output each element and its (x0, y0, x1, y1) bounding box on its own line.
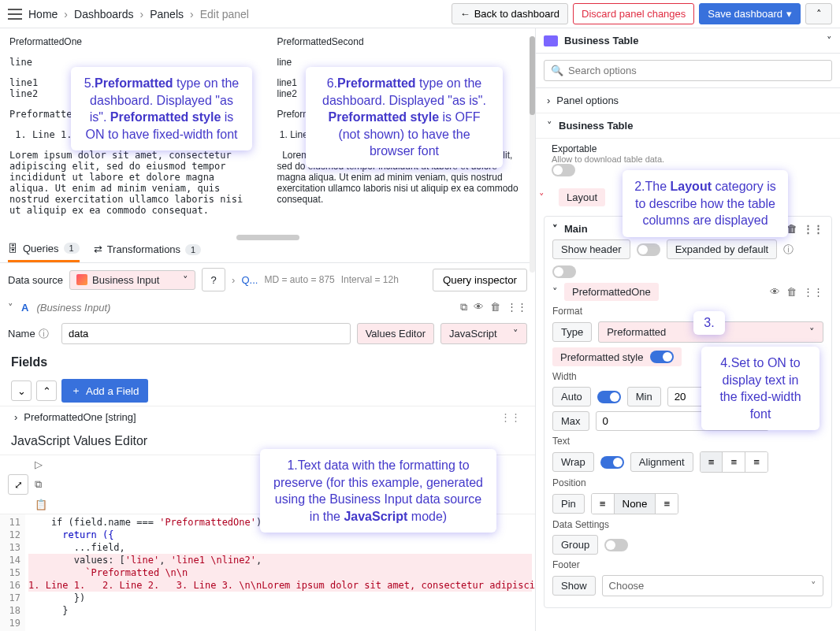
collapse-query[interactable]: ˅ (8, 302, 13, 314)
fields-heading: Fields (0, 349, 535, 376)
drag-icon[interactable]: ⋮⋮ (507, 301, 527, 314)
panel-options-label: Panel options (556, 95, 619, 106)
show-header-toggle[interactable] (637, 243, 660, 256)
name-input[interactable] (61, 323, 351, 344)
align-label: Alignment (630, 452, 693, 472)
transform-icon: ⇄ (94, 243, 102, 255)
pin-left-button[interactable]: ≡ (592, 494, 615, 514)
chevron-up-icon: ˄ (816, 8, 822, 20)
values-editor-value: JavaScript (449, 328, 497, 340)
ds-help-button[interactable]: ? (202, 268, 225, 291)
discard-button[interactable]: Discard panel changes (573, 3, 694, 24)
business-table-section[interactable]: ˅ Business Table (536, 113, 840, 139)
position-label: Position (552, 477, 823, 488)
type-label: Type (552, 322, 592, 342)
query-options-link[interactable]: Q... (241, 274, 258, 286)
trash-icon[interactable]: 🗑 (786, 286, 797, 298)
back-button[interactable]: ← Back to dashboard (452, 3, 568, 24)
chevron-down-icon: ˅ (827, 35, 832, 46)
text-label: Text (552, 436, 823, 447)
pin-label: Pin (552, 494, 585, 514)
viz-name: Business Table (564, 35, 638, 46)
datasource-select[interactable]: Business Input ˅ (69, 270, 195, 290)
preformatted-style-row: Preformatted style (552, 347, 682, 366)
question-icon: ? (210, 274, 216, 286)
collapse-button[interactable]: ˄ (805, 3, 832, 24)
collapse-all-button[interactable]: ⌄ (11, 380, 32, 401)
chevron-down-icon: ˅ (811, 580, 816, 592)
expand-editor-button[interactable]: ⤢ (8, 474, 28, 495)
group-label: Group (552, 535, 598, 555)
add-field-button[interactable]: ＋ Add a Field (61, 379, 148, 403)
field-row[interactable]: › PreformattedOne [string] ⋮⋮ (0, 406, 535, 428)
eye-icon[interactable]: 👁 (474, 301, 484, 314)
panel2-row1: line (277, 57, 526, 68)
breadcrumb: Home› Dashboards› Panels› Edit panel (28, 8, 249, 20)
expand-all-button[interactable]: ⌃ (36, 380, 57, 401)
pin-none-button[interactable]: None (615, 494, 656, 514)
info-icon[interactable]: ⓘ (39, 327, 49, 341)
exportable-desc: Allow to download table data. (552, 154, 829, 164)
eye-icon[interactable]: 👁 (770, 286, 780, 298)
auto-toggle[interactable] (597, 391, 621, 403)
chevron-down-icon: ˅ (513, 328, 518, 340)
chevron-down-icon[interactable]: ˅ (536, 191, 548, 203)
drag-icon[interactable]: ⋮⋮ (803, 286, 823, 298)
query-ds-name: (Business Input) (36, 302, 110, 314)
type-value: Preformatted (607, 326, 666, 338)
search-options-input[interactable]: 🔍 Search options (544, 60, 832, 81)
query-inspector-button[interactable]: Query inspector (433, 269, 527, 291)
values-editor-select[interactable]: JavaScript ˅ (440, 323, 527, 344)
pin-group: ≡ None ≡ (591, 493, 678, 514)
bt-label: Business Table (559, 120, 633, 132)
callout-5: 5.Preformatted type on the dashboard. Di… (71, 67, 252, 150)
exportable-toggle[interactable] (552, 164, 575, 176)
visualization-picker[interactable]: Business Table ˅ (536, 28, 840, 54)
chevron-down-icon[interactable]: ˅ (552, 223, 558, 235)
preview-scrollbar[interactable] (530, 36, 535, 273)
drag-icon[interactable]: ⋮⋮ (500, 411, 521, 423)
database-icon: 🗄 (8, 243, 18, 254)
splitter-handle[interactable] (236, 235, 299, 240)
align-left-button[interactable]: ≡ (701, 452, 723, 472)
name-label: Name (8, 328, 35, 340)
callout-6: 6.Preformatted type on the dashboard. Di… (306, 67, 503, 168)
panel-options-section[interactable]: › Panel options (536, 88, 840, 113)
footer-show-select[interactable]: Choose ˅ (602, 575, 823, 596)
pref-style-toggle[interactable] (650, 351, 674, 363)
group-toggle[interactable] (604, 539, 628, 551)
expanded-label: Expanded by default (667, 239, 778, 259)
topbar: Home› Dashboards› Panels› Edit panel ← B… (0, 0, 840, 28)
tab-queries[interactable]: 🗄 Queries 1 (8, 237, 80, 262)
crumb-panels[interactable]: Panels (150, 8, 184, 20)
trash-icon[interactable]: 🗑 (490, 301, 500, 314)
tab-transformations[interactable]: ⇄ Transformations 1 (94, 237, 202, 262)
layout-section[interactable]: Layout (559, 188, 605, 206)
drag-icon[interactable]: ⋮⋮ (803, 223, 823, 235)
expanded-toggle[interactable] (552, 265, 576, 278)
pin-right-button[interactable]: ≡ (656, 494, 678, 514)
column-chip[interactable]: PreformattedOne (564, 283, 659, 301)
add-field-label: Add a Field (86, 385, 139, 397)
wrap-toggle[interactable] (600, 456, 624, 469)
save-button[interactable]: Save dashboard ▾ (699, 3, 801, 24)
chevron-down-icon[interactable]: ˅ (552, 286, 558, 298)
crumb-home[interactable]: Home (28, 8, 58, 20)
menu-icon[interactable] (8, 9, 22, 20)
copy-icon[interactable]: ⧉ (460, 301, 467, 314)
name-row: Nameⓘ Values Editor JavaScript ˅ (0, 318, 535, 349)
info-icon[interactable]: ⓘ (783, 243, 794, 257)
query-tabs: 🗄 Queries 1 ⇄ Transformations 1 (0, 237, 535, 263)
show-label: Show (552, 576, 596, 596)
callout-2: 2.The Layout category is to describe how… (623, 170, 788, 237)
chevron-down-icon: ˅ (547, 120, 552, 132)
align-right-button[interactable]: ≡ (745, 452, 768, 472)
panel1-row1: line (9, 57, 258, 68)
tab-queries-label: Queries (23, 243, 59, 254)
align-center-button[interactable]: ≡ (723, 452, 745, 472)
auto-label: Auto (552, 387, 591, 406)
panel2-title: PreformattedSecond (277, 36, 526, 47)
panel1-title: PreformattedOne (9, 36, 258, 47)
gutter: 111213141516171819 (0, 514, 25, 631)
crumb-dashboards[interactable]: Dashboards (74, 8, 134, 20)
